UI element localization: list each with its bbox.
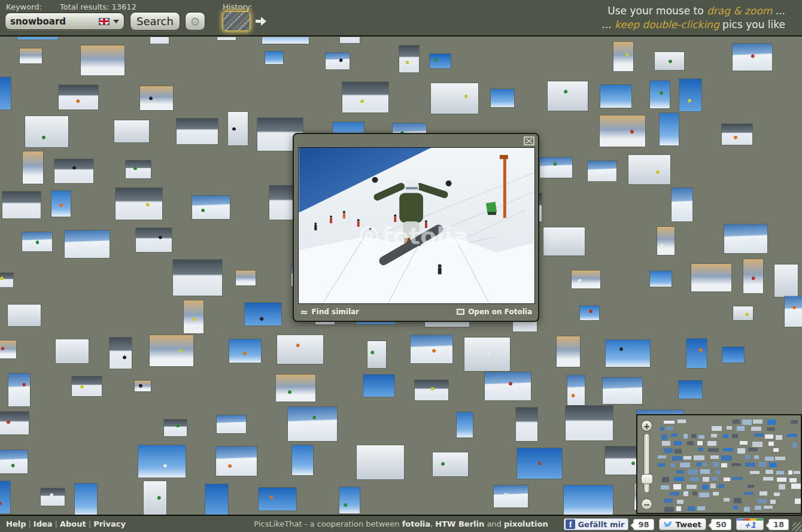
result-thumbnail[interactable]: [660, 113, 679, 145]
close-icon[interactable]: [524, 136, 534, 145]
result-thumbnail[interactable]: [774, 265, 798, 297]
zoom-out-button[interactable]: −: [641, 498, 652, 510]
result-thumbnail[interactable]: [557, 336, 580, 367]
result-thumbnail[interactable]: [613, 42, 633, 71]
result-thumbnail[interactable]: [216, 446, 257, 476]
result-thumbnail[interactable]: [411, 335, 452, 363]
result-thumbnail[interactable]: [72, 376, 102, 396]
result-thumbnail[interactable]: [0, 412, 29, 434]
result-thumbnail[interactable]: [114, 120, 149, 142]
result-thumbnail[interactable]: [17, 37, 58, 39]
result-thumbnail[interactable]: [655, 52, 684, 70]
help-link[interactable]: Help: [6, 519, 26, 528]
result-thumbnail[interactable]: [144, 481, 166, 515]
overview-minimap[interactable]: + −: [636, 414, 802, 514]
result-thumbnail[interactable]: [259, 488, 296, 510]
search-button[interactable]: Search: [130, 12, 180, 31]
result-thumbnail[interactable]: [326, 53, 350, 69]
result-thumbnail[interactable]: [0, 450, 28, 473]
result-thumbnail[interactable]: [363, 375, 394, 397]
result-thumbnail[interactable]: [0, 481, 10, 513]
idea-link[interactable]: Idea: [34, 519, 53, 528]
google-plusone-button[interactable]: +1: [736, 518, 764, 530]
facebook-like-button[interactable]: f Gefällt mir: [564, 518, 628, 530]
result-thumbnail[interactable]: [457, 412, 473, 437]
result-thumbnail[interactable]: [691, 264, 731, 291]
result-thumbnail[interactable]: [217, 415, 246, 433]
result-thumbnail[interactable]: [399, 45, 419, 72]
result-thumbnail[interactable]: [600, 85, 631, 108]
result-thumbnail[interactable]: [430, 54, 451, 68]
result-thumbnail[interactable]: [657, 227, 675, 255]
result-thumbnail[interactable]: [650, 271, 672, 287]
result-thumbnail[interactable]: [485, 372, 531, 400]
result-thumbnail[interactable]: [724, 224, 767, 253]
result-thumbnail[interactable]: [431, 83, 478, 114]
result-thumbnail[interactable]: [566, 406, 613, 440]
tweet-button[interactable]: Tweet: [659, 518, 706, 530]
history-thumbnail[interactable]: [223, 11, 250, 31]
zoom-slider-track[interactable]: [643, 433, 650, 493]
result-thumbnail[interactable]: [679, 79, 701, 111]
result-thumbnail[interactable]: [173, 260, 222, 296]
zoom-slider-handle[interactable]: [641, 474, 653, 484]
chevron-down-icon[interactable]: [113, 20, 119, 23]
result-thumbnail[interactable]: [722, 124, 752, 145]
result-thumbnail[interactable]: [494, 485, 528, 507]
result-thumbnail[interactable]: [140, 86, 173, 110]
resize-grip[interactable]: [792, 522, 801, 531]
result-thumbnail[interactable]: [650, 81, 670, 108]
result-thumbnail[interactable]: [277, 335, 323, 364]
result-thumbnail[interactable]: [41, 488, 65, 506]
about-link[interactable]: About: [60, 519, 86, 528]
result-thumbnail[interactable]: [65, 230, 110, 258]
result-thumbnail[interactable]: [116, 188, 162, 220]
search-input[interactable]: snowboard: [5, 13, 124, 30]
result-thumbnail[interactable]: [54, 159, 93, 183]
result-thumbnail[interactable]: [136, 228, 172, 252]
result-thumbnail[interactable]: [603, 378, 642, 404]
result-thumbnail[interactable]: [59, 85, 98, 110]
result-thumbnail[interactable]: [733, 44, 772, 71]
result-thumbnail[interactable]: [265, 51, 283, 64]
open-on-fotolia-button[interactable]: Open on Fotolia: [457, 308, 532, 316]
result-thumbnail[interactable]: [540, 157, 572, 178]
result-thumbnail[interactable]: [150, 37, 169, 44]
result-thumbnail[interactable]: [543, 227, 585, 256]
result-thumbnail[interactable]: [339, 487, 360, 513]
result-thumbnail[interactable]: [192, 196, 230, 219]
result-thumbnail[interactable]: [288, 407, 337, 441]
result-thumbnail[interactable]: [229, 339, 261, 363]
zoom-in-button[interactable]: +: [641, 420, 652, 431]
result-thumbnail[interactable]: [20, 48, 42, 63]
result-thumbnail[interactable]: [150, 335, 193, 366]
result-thumbnail[interactable]: [164, 419, 187, 436]
result-thumbnail[interactable]: [516, 408, 537, 441]
result-thumbnail[interactable]: [564, 485, 613, 515]
result-thumbnail[interactable]: [679, 381, 702, 399]
result-thumbnail[interactable]: [548, 81, 588, 111]
result-thumbnail[interactable]: [23, 151, 43, 184]
result-thumbnail[interactable]: [205, 484, 228, 515]
result-thumbnail[interactable]: [367, 341, 386, 368]
result-thumbnail[interactable]: [236, 270, 256, 285]
preview-photo[interactable]: fotolia: [298, 147, 535, 304]
settings-button[interactable]: ⚙: [185, 12, 205, 31]
result-thumbnail[interactable]: [733, 306, 753, 320]
result-thumbnail[interactable]: [600, 115, 645, 147]
result-thumbnail[interactable]: [743, 259, 763, 293]
result-thumbnail[interactable]: [464, 338, 510, 371]
result-thumbnail[interactable]: [722, 347, 744, 363]
result-thumbnail[interactable]: [177, 118, 218, 144]
result-thumbnail[interactable]: [340, 37, 360, 43]
result-thumbnail[interactable]: [245, 303, 281, 326]
result-thumbnail[interactable]: [0, 77, 11, 110]
result-thumbnail[interactable]: [491, 89, 514, 107]
result-thumbnail[interactable]: [25, 116, 68, 147]
result-thumbnail[interactable]: [110, 338, 132, 369]
result-thumbnail[interactable]: [415, 380, 448, 400]
result-thumbnail[interactable]: [672, 188, 692, 221]
result-thumbnail[interactable]: [135, 381, 151, 391]
result-thumbnail[interactable]: [126, 160, 151, 178]
result-thumbnail[interactable]: [517, 448, 562, 479]
